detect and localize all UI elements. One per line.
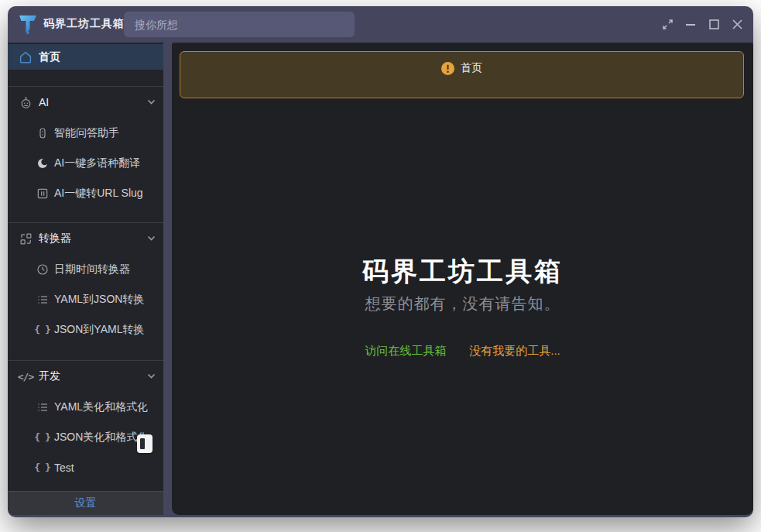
sidebar-item-yaml-beautify[interactable]: YAML美化和格式化 (8, 392, 163, 422)
transform-icon (19, 232, 33, 245)
warning-icon (441, 62, 454, 75)
chat-bot-icon (36, 126, 49, 139)
list-icon (36, 400, 49, 414)
hero-title: 码界工坊工具箱 (172, 253, 753, 289)
window-controls (656, 6, 749, 43)
app-logo-icon (18, 14, 38, 35)
moon-icon (36, 156, 49, 170)
main-panel: 首页 码界工坊工具箱 想要的都有，没有请告知。 访问在线工具箱 没有我要的工具.… (172, 43, 753, 515)
sidebar-item-test[interactable]: { } Test (8, 452, 163, 482)
home-icon (19, 50, 33, 64)
sidebar-item-label: 首页 (39, 50, 60, 64)
sidebar-item-label: Test (54, 462, 74, 474)
alert-text: 首页 (461, 61, 482, 75)
chevron-down-icon (146, 371, 156, 383)
list-icon (36, 293, 49, 306)
sidebar-item-label: 智能问答助手 (54, 126, 119, 140)
settings-label: 设置 (75, 496, 97, 510)
chevron-down-icon (146, 97, 156, 109)
app-window: 码界工坊工具箱 (8, 6, 753, 517)
sidebar-item-label: JSON到YAML转换 (54, 323, 144, 337)
braces-icon: { } (36, 323, 49, 336)
section-label: AI (39, 96, 49, 108)
sidebar-item-label: AI一键转URL Slug (54, 187, 143, 201)
braces-icon: { } (36, 461, 49, 474)
code-icon: </> (19, 369, 33, 383)
clock-icon (36, 263, 49, 276)
hero-subtitle: 想要的都有，没有请告知。 (172, 293, 753, 314)
sidebar-item-label: 日期时间转换器 (54, 263, 130, 276)
section-label: 转换器 (39, 232, 71, 245)
sidebar-item-ai-translate[interactable]: AI一键多语种翻译 (8, 148, 163, 178)
robot-icon (19, 95, 33, 109)
maximize-button[interactable] (702, 13, 725, 36)
sidebar-section-dev[interactable]: </> 开发 (8, 361, 163, 392)
sidebar-section-ai[interactable]: AI (8, 87, 163, 118)
sidebar-item-label: YAML到JSON转换 (54, 293, 144, 307)
kanban-square-icon (36, 187, 49, 200)
warning-alert: 首页 (180, 51, 744, 98)
close-button[interactable] (725, 13, 749, 36)
minimize-button[interactable] (679, 13, 702, 36)
search-input[interactable] (124, 12, 355, 37)
sidebar-section-converter[interactable]: 转换器 (8, 223, 163, 254)
online-toolbox-link[interactable]: 访问在线工具箱 (365, 342, 446, 359)
sidebar-item-yaml-to-json[interactable]: YAML到JSON转换 (8, 284, 163, 314)
sidebar-item-datetime-converter[interactable]: 日期时间转换器 (8, 254, 163, 284)
sidebar-item-home[interactable]: 首页 (8, 44, 163, 70)
hero-links: 访问在线工具箱 没有我要的工具... (172, 342, 753, 359)
request-tool-link[interactable]: 没有我要的工具... (469, 342, 560, 359)
sidebar-item-label: AI一键多语种翻译 (54, 156, 140, 170)
chevron-down-icon (146, 233, 156, 245)
app-title: 码界工坊工具箱 (43, 17, 125, 31)
sidebar-item-ai-url-slug[interactable]: AI一键转URL Slug (8, 178, 163, 208)
sidebar-nav: 首页 AI (8, 43, 163, 491)
expand-icon[interactable] (656, 13, 679, 36)
section-label: 开发 (39, 369, 60, 383)
sidebar-item-label: YAML美化和格式化 (54, 400, 148, 414)
settings-button[interactable]: 设置 (8, 491, 163, 515)
braces-icon: { } (36, 431, 49, 444)
sidebar-item-qa-assistant[interactable]: 智能问答助手 (8, 118, 163, 148)
sidebar-item-label: JSON美化和格式化 (54, 431, 148, 444)
ime-cursor-indicator (137, 434, 153, 453)
sidebar-item-json-to-yaml[interactable]: { } JSON到YAML转换 (8, 314, 163, 345)
titlebar: 码界工坊工具箱 (8, 6, 753, 43)
